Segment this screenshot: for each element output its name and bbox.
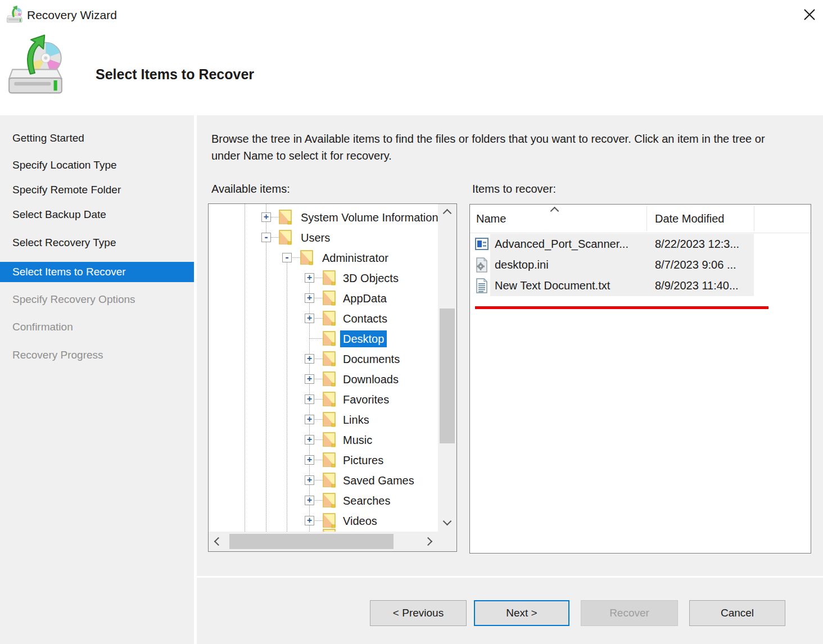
tree-node-administrator[interactable]: - Administrator <box>209 248 437 268</box>
next-button[interactable]: Next > <box>474 600 569 626</box>
tree-node-label[interactable]: Links <box>343 411 369 428</box>
step-specify-recovery-options: Specify Recovery Options <box>0 289 194 310</box>
tree-node-label[interactable]: System Volume Information <box>301 209 438 226</box>
step-select-recovery-type: Select Recovery Type <box>0 233 194 253</box>
expand-icon[interactable]: + <box>305 415 314 424</box>
expand-icon[interactable]: + <box>305 455 314 465</box>
file-date-modified: 8/22/2023 12:3... <box>655 234 739 255</box>
file-date-modified: 8/7/2023 9:06 ... <box>655 255 736 275</box>
scroll-right-arrow[interactable] <box>418 532 438 551</box>
tree-node-favorites[interactable]: + Favorites <box>209 389 437 410</box>
step-select-items-to-recover: Select Items to Recover <box>0 262 194 282</box>
tree-node-label[interactable]: AppData <box>343 290 387 307</box>
column-divider[interactable] <box>646 206 647 231</box>
file-name[interactable]: New Text Document.txt <box>495 275 610 296</box>
collapse-icon[interactable]: - <box>261 233 271 242</box>
column-header-name[interactable]: Name <box>476 205 506 233</box>
window-header: Recovery Wizard Select Items to Recover <box>0 0 823 115</box>
horizontal-scrollbar-thumb[interactable] <box>229 534 394 549</box>
folder-icon <box>279 210 292 225</box>
tree-node-label[interactable]: Music <box>343 432 372 448</box>
step-specify-location-type: Specify Location Type <box>0 155 194 175</box>
scroll-up-arrow[interactable] <box>438 204 456 222</box>
scroll-left-arrow[interactable] <box>209 532 228 551</box>
collapse-icon[interactable]: - <box>282 253 292 262</box>
expand-icon[interactable]: + <box>305 374 314 384</box>
expand-icon[interactable]: + <box>305 273 314 283</box>
column-divider[interactable] <box>754 206 754 231</box>
tree-node-users[interactable]: - Users <box>209 228 437 248</box>
cancel-button[interactable]: Cancel <box>689 600 785 626</box>
recovery-wizard-window: Recovery Wizard Select Items to Recover … <box>0 0 823 644</box>
tree-node-label[interactable]: Pictures <box>343 452 383 469</box>
folder-icon <box>323 371 336 387</box>
expand-icon[interactable]: + <box>305 394 314 404</box>
tree-node-videos[interactable]: + Videos <box>209 511 437 531</box>
expand-icon[interactable]: + <box>261 212 271 222</box>
expand-icon[interactable]: + <box>305 293 314 303</box>
tree-node-contacts[interactable]: + Contacts <box>209 309 437 329</box>
step-recovery-progress: Recovery Progress <box>0 345 194 365</box>
footer-separator <box>197 576 823 578</box>
tree-node-label[interactable]: Saved Games <box>343 472 414 489</box>
expand-icon[interactable]: + <box>305 516 314 525</box>
tree-node-system-volume-information[interactable]: + System Volume Information <box>209 207 437 228</box>
expand-icon[interactable]: + <box>305 475 314 485</box>
previous-button[interactable]: < Previous <box>370 600 467 626</box>
tree-node-label[interactable]: 3D Objects <box>343 270 399 287</box>
tree-node-label[interactable]: Videos <box>343 513 377 529</box>
tree-node-searches[interactable]: + Searches <box>209 491 437 511</box>
restore-drive-icon <box>4 33 67 99</box>
folder-icon <box>323 432 336 447</box>
tree-node-music[interactable]: + Music <box>209 430 437 450</box>
tree-node-desktop-selected[interactable]: Desktop <box>209 329 437 349</box>
tree-node-documents[interactable]: + Documents <box>209 349 437 369</box>
tree-node-label[interactable]: Desktop <box>340 330 387 347</box>
tree-node-label[interactable]: Administrator <box>322 250 388 266</box>
tree-node-downloads[interactable]: + Downloads <box>209 369 437 389</box>
tree-node-links[interactable]: + Links <box>209 410 437 430</box>
tree-node-label[interactable]: Favorites <box>343 391 389 408</box>
recover-button[interactable]: Recover <box>581 600 678 626</box>
tree-node-label[interactable]: Documents <box>343 351 400 368</box>
tree-node-pictures[interactable]: + Pictures <box>209 450 437 470</box>
expand-icon[interactable]: + <box>305 496 314 505</box>
vertical-scrollbar-thumb[interactable] <box>440 309 455 443</box>
folder-icon <box>323 291 336 306</box>
column-header-date-modified[interactable]: Date Modified <box>655 205 724 233</box>
expand-icon[interactable]: + <box>305 314 314 323</box>
tree-node-label[interactable]: Downloads <box>343 371 399 388</box>
red-underline-annotation <box>475 306 768 309</box>
file-name[interactable]: desktop.ini <box>495 255 549 275</box>
available-items-label: Available items: <box>211 183 290 196</box>
step-confirmation: Confirmation <box>0 317 194 337</box>
close-button[interactable] <box>797 3 822 26</box>
file-name[interactable]: Advanced_Port_Scanner... <box>495 234 628 255</box>
tree-node-label[interactable]: Contacts <box>343 310 387 327</box>
scroll-down-arrow[interactable] <box>438 512 456 530</box>
folder-icon <box>323 452 336 468</box>
tree-node-saved-games[interactable]: + Saved Games <box>209 470 437 491</box>
list-row-new-text-document[interactable]: New Text Document.txt 8/9/2023 11:40... <box>470 275 811 296</box>
expand-icon[interactable]: + <box>305 435 314 445</box>
items-to-recover-list: Name Date Modified Advanced_Port_Scanner… <box>469 204 811 554</box>
folder-icon <box>323 270 336 285</box>
close-icon <box>802 7 817 22</box>
folder-icon <box>323 473 336 488</box>
sort-ascending-icon <box>550 207 559 216</box>
list-row-desktop-ini[interactable]: desktop.ini 8/7/2023 9:06 ... <box>470 255 811 275</box>
step-getting-started: Getting Started <box>0 128 194 148</box>
tree-node-label[interactable]: Users <box>301 229 330 246</box>
tree-node-3d-objects[interactable]: + 3D Objects <box>209 268 437 288</box>
tree-vertical-scrollbar[interactable] <box>438 204 456 532</box>
folder-icon <box>323 351 336 366</box>
items-to-recover-label: Items to recover: <box>472 183 556 196</box>
folder-icon <box>323 392 336 407</box>
tree-node-appdata[interactable]: + AppData <box>209 288 437 309</box>
list-row-advanced-port-scanner[interactable]: Advanced_Port_Scanner... 8/22/2023 12:3.… <box>470 234 811 255</box>
tree-horizontal-scrollbar[interactable] <box>209 532 456 551</box>
tree-node-label[interactable]: Searches <box>343 492 391 509</box>
wizard-steps-sidebar: Getting Started Specify Location Type Sp… <box>0 115 194 644</box>
expand-icon[interactable]: + <box>305 354 314 364</box>
list-header: Name Date Modified <box>470 205 811 233</box>
